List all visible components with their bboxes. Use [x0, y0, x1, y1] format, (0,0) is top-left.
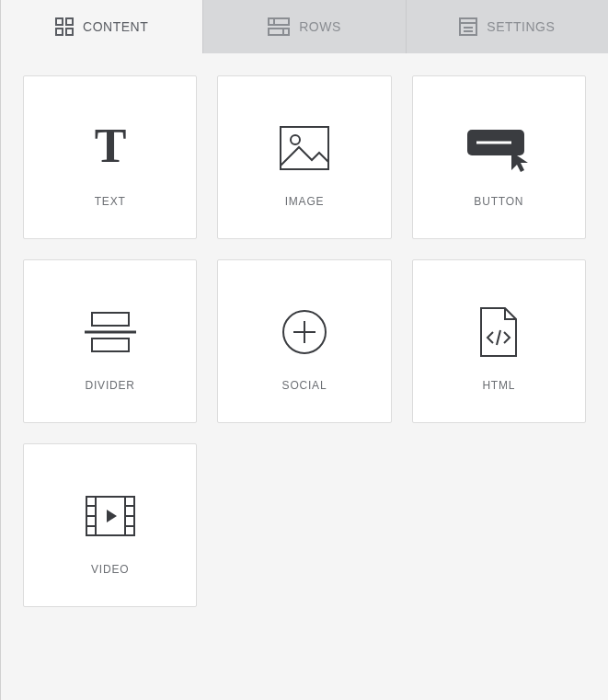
tile-video[interactable]: VIDEO [23, 443, 197, 607]
divider-icon [85, 291, 136, 373]
svg-text:T: T [94, 123, 126, 172]
tab-content-label: CONTENT [83, 19, 148, 34]
svg-rect-13 [281, 127, 328, 169]
tile-image-label: IMAGE [285, 195, 325, 208]
tile-image[interactable]: IMAGE [217, 75, 391, 239]
svg-rect-2 [56, 29, 63, 35]
tab-content[interactable]: CONTENT [1, 0, 203, 53]
settings-panel-icon [459, 17, 477, 36]
image-icon [279, 107, 330, 189]
tile-text-label: TEXT [95, 195, 126, 208]
svg-rect-19 [92, 339, 129, 351]
svg-rect-0 [56, 18, 63, 25]
tile-html[interactable]: HTML [412, 259, 586, 423]
tile-divider[interactable]: DIVIDER [23, 259, 197, 423]
tile-button-label: BUTTON [474, 195, 523, 208]
tile-text[interactable]: T TEXT [23, 75, 197, 239]
html-icon [477, 291, 520, 373]
tile-video-label: VIDEO [91, 563, 129, 576]
rows-icon [268, 17, 290, 36]
svg-marker-33 [107, 510, 117, 522]
button-icon [465, 107, 532, 189]
video-icon [85, 475, 136, 557]
tile-divider-label: DIVIDER [86, 379, 135, 392]
tabs: CONTENT ROWS SETTINGS [1, 0, 608, 53]
grid-icon [55, 17, 74, 36]
text-icon: T [86, 107, 135, 189]
tile-social[interactable]: SOCIAL [217, 259, 391, 423]
svg-rect-17 [92, 313, 129, 326]
svg-rect-4 [269, 18, 289, 25]
tiles-grid: T TEXT IMAGE B [23, 75, 586, 607]
tab-rows[interactable]: ROWS [203, 0, 406, 53]
tab-settings-label: SETTINGS [487, 19, 555, 34]
svg-point-14 [291, 135, 300, 144]
svg-line-23 [497, 330, 500, 345]
svg-rect-3 [66, 29, 73, 35]
svg-rect-6 [269, 29, 289, 35]
content-panel: T TEXT IMAGE B [1, 53, 608, 629]
tab-settings[interactable]: SETTINGS [407, 0, 608, 53]
tile-social-label: SOCIAL [282, 379, 327, 392]
tab-rows-label: ROWS [299, 19, 341, 34]
tile-html-label: HTML [482, 379, 515, 392]
tile-button[interactable]: BUTTON [412, 75, 586, 239]
plus-circle-icon [281, 291, 328, 373]
svg-rect-1 [66, 18, 73, 25]
